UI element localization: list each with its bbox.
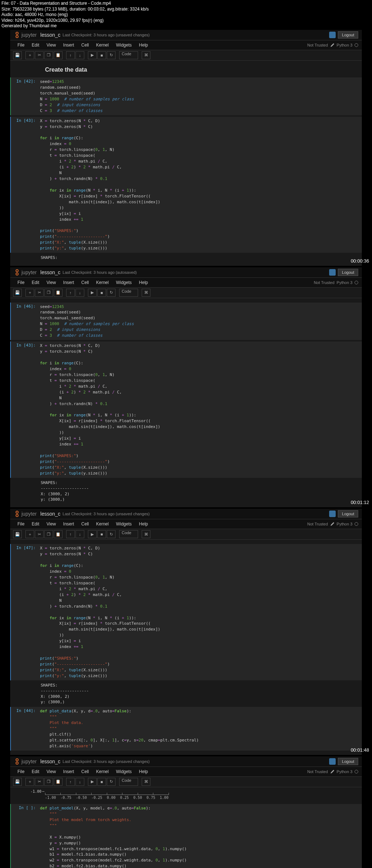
- add-cell-icon[interactable]: ＋: [25, 289, 34, 297]
- jupyter-logo[interactable]: jupyter: [14, 511, 37, 517]
- paste-icon[interactable]: 📋: [54, 530, 62, 538]
- kernel-name[interactable]: Python 3: [337, 522, 352, 526]
- code-cell-46[interactable]: In [46]: seed=12345 random.seed(seed) to…: [10, 303, 362, 340]
- cut-icon[interactable]: ✂: [35, 778, 44, 786]
- code-area[interactable]: X = torch.zeros(N * C, D) y = torch.zero…: [39, 117, 362, 253]
- menu-widgets[interactable]: Widgets: [112, 520, 135, 528]
- code-area[interactable]: seed=12345 random.seed(seed) torch.manua…: [39, 77, 362, 115]
- cut-icon[interactable]: ✂: [35, 289, 44, 297]
- celltype-select[interactable]: Code: [119, 289, 138, 297]
- menu-edit[interactable]: Edit: [28, 41, 43, 49]
- edit-icon[interactable]: [330, 43, 335, 47]
- code-area[interactable]: def plot_model(X, y, model, e=.0, auto=F…: [39, 804, 362, 868]
- copy-icon[interactable]: ❐: [44, 530, 53, 538]
- command-palette-icon[interactable]: ⌘: [142, 289, 150, 297]
- logout-button[interactable]: Logout: [338, 269, 358, 276]
- kernel-name[interactable]: Python 3: [337, 43, 352, 47]
- run-icon[interactable]: ▶: [88, 289, 97, 297]
- code-area[interactable]: seed=12345 random.seed(seed) torch.manua…: [39, 303, 362, 340]
- run-icon[interactable]: ▶: [88, 530, 97, 538]
- save-icon[interactable]: 💾: [13, 289, 22, 297]
- menu-widgets[interactable]: Widgets: [112, 41, 135, 49]
- paste-icon[interactable]: 📋: [54, 778, 62, 786]
- menu-file[interactable]: File: [14, 41, 28, 49]
- cut-icon[interactable]: ✂: [35, 51, 44, 59]
- code-cell-plot-model[interactable]: In [ ]: def plot_model(X, y, model, e=.0…: [10, 804, 362, 868]
- code-cell-43[interactable]: In [43]: X = torch.zeros(N * C, D) y = t…: [10, 117, 362, 253]
- stop-icon[interactable]: ■: [97, 51, 106, 59]
- menu-file[interactable]: File: [14, 279, 28, 287]
- move-down-icon[interactable]: ↓: [76, 530, 84, 538]
- code-area[interactable]: X = torch.zeros(N * C, D) y = torch.zero…: [39, 341, 362, 478]
- edit-icon[interactable]: [330, 522, 335, 526]
- copy-icon[interactable]: ❐: [44, 778, 53, 786]
- move-down-icon[interactable]: ↓: [76, 289, 84, 297]
- menu-cell[interactable]: Cell: [78, 520, 93, 528]
- save-icon[interactable]: 💾: [13, 778, 22, 786]
- move-down-icon[interactable]: ↓: [76, 778, 84, 786]
- command-palette-icon[interactable]: ⌘: [142, 51, 150, 59]
- not-trusted-label[interactable]: Not Trusted: [307, 522, 328, 526]
- code-area[interactable]: def plot_data(X, y, d=.0, auto=False): "…: [39, 707, 362, 751]
- notebook-title[interactable]: lesson_c: [40, 269, 60, 275]
- menu-insert[interactable]: Insert: [60, 279, 78, 287]
- menu-cell[interactable]: Cell: [78, 41, 93, 49]
- copy-icon[interactable]: ❐: [44, 289, 53, 297]
- menu-insert[interactable]: Insert: [60, 41, 78, 49]
- paste-icon[interactable]: 📋: [54, 51, 62, 59]
- menu-help[interactable]: Help: [136, 520, 152, 528]
- not-trusted-label[interactable]: Not Trusted: [307, 43, 328, 47]
- notebook-title[interactable]: lesson_c: [40, 32, 60, 38]
- logout-button[interactable]: Logout: [338, 510, 358, 517]
- stop-icon[interactable]: ■: [97, 778, 106, 786]
- menu-cell[interactable]: Cell: [78, 768, 93, 776]
- save-icon[interactable]: 💾: [13, 51, 22, 59]
- menu-widgets[interactable]: Widgets: [112, 768, 135, 776]
- menu-view[interactable]: View: [43, 520, 60, 528]
- menu-view[interactable]: View: [43, 768, 60, 776]
- cut-icon[interactable]: ✂: [35, 530, 44, 538]
- celltype-select[interactable]: Code: [119, 778, 138, 786]
- celltype-select[interactable]: Code: [119, 51, 138, 59]
- restart-icon[interactable]: ↻: [107, 778, 116, 786]
- jupyter-logo[interactable]: jupyter: [14, 269, 37, 276]
- add-cell-icon[interactable]: ＋: [25, 530, 34, 538]
- notebook-title[interactable]: lesson_c: [40, 511, 60, 517]
- menu-insert[interactable]: Insert: [60, 768, 78, 776]
- paste-icon[interactable]: 📋: [54, 289, 62, 297]
- code-cell-47[interactable]: In [47]: X = torch.zeros(N * C, D) y = t…: [10, 544, 362, 680]
- menu-insert[interactable]: Insert: [60, 520, 78, 528]
- logout-button[interactable]: Logout: [338, 758, 358, 765]
- command-palette-icon[interactable]: ⌘: [142, 530, 150, 538]
- move-up-icon[interactable]: ↑: [66, 530, 75, 538]
- notebook-title[interactable]: lesson_c: [40, 759, 60, 764]
- restart-icon[interactable]: ↻: [107, 530, 116, 538]
- menu-file[interactable]: File: [14, 520, 28, 528]
- menu-kernel[interactable]: Kernel: [93, 520, 113, 528]
- jupyter-logo[interactable]: jupyter: [14, 32, 37, 38]
- save-icon[interactable]: 💾: [13, 530, 22, 538]
- stop-icon[interactable]: ■: [97, 289, 106, 297]
- menu-cell[interactable]: Cell: [78, 279, 93, 287]
- code-cell-43[interactable]: In [43]: X = torch.zeros(N * C, D) y = t…: [10, 341, 362, 478]
- menu-kernel[interactable]: Kernel: [93, 41, 113, 49]
- edit-icon[interactable]: [330, 769, 335, 774]
- move-up-icon[interactable]: ↑: [66, 51, 75, 59]
- menu-help[interactable]: Help: [136, 279, 152, 287]
- logout-button[interactable]: Logout: [338, 31, 358, 39]
- celltype-select[interactable]: Code: [119, 530, 138, 538]
- kernel-name[interactable]: Python 3: [337, 769, 352, 774]
- copy-icon[interactable]: ❐: [44, 51, 53, 59]
- run-icon[interactable]: ▶: [88, 51, 97, 59]
- move-down-icon[interactable]: ↓: [76, 51, 84, 59]
- menu-edit[interactable]: Edit: [28, 520, 43, 528]
- menu-kernel[interactable]: Kernel: [93, 279, 113, 287]
- run-icon[interactable]: ▶: [88, 778, 97, 786]
- jupyter-logo[interactable]: jupyter: [14, 758, 37, 765]
- code-cell-42[interactable]: In [42]: seed=12345 random.seed(seed) to…: [10, 77, 362, 115]
- add-cell-icon[interactable]: ＋: [25, 778, 34, 786]
- menu-edit[interactable]: Edit: [28, 279, 43, 287]
- menu-view[interactable]: View: [43, 41, 60, 49]
- code-area[interactable]: X = torch.zeros(N * C, D) y = torch.zero…: [39, 544, 362, 680]
- stop-icon[interactable]: ■: [97, 530, 106, 538]
